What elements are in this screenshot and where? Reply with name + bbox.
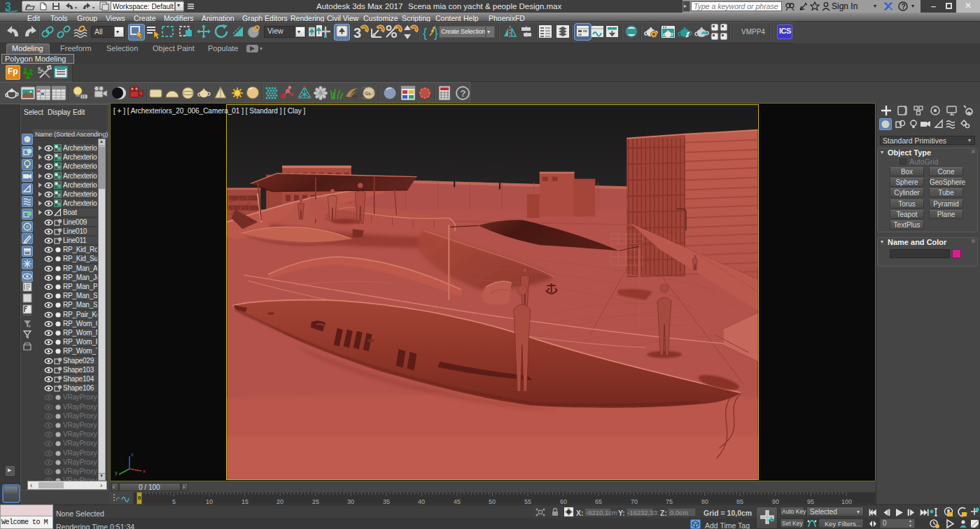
svg-text:y: y (115, 470, 118, 476)
svg-text:?: ? (902, 3, 906, 10)
svg-text:HF: HF (351, 94, 358, 99)
svg-text:{: { (423, 26, 427, 40)
svg-text:?: ? (461, 88, 466, 99)
svg-text:z: z (131, 451, 134, 458)
svg-text:3: 3 (354, 25, 361, 41)
svg-text:x: x (143, 468, 146, 474)
svg-text:0x: 0x (365, 91, 371, 96)
